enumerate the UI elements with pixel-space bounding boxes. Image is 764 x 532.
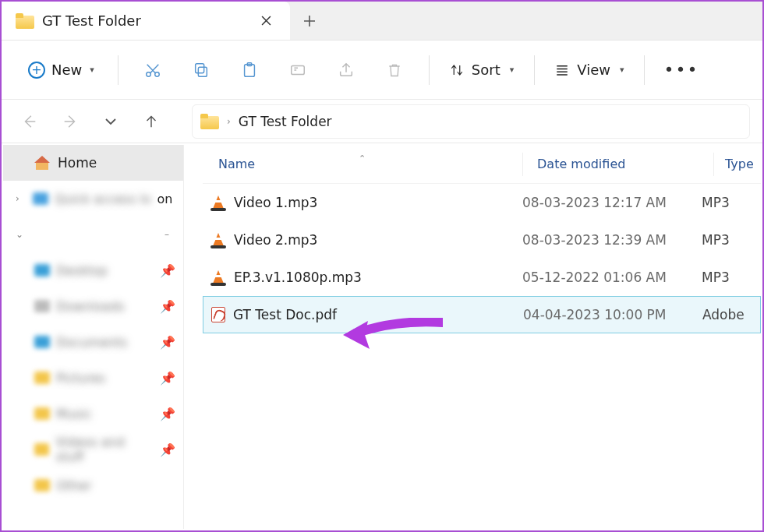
file-name: Video 1.mp3 bbox=[234, 195, 317, 210]
toolbar-divider bbox=[118, 55, 118, 85]
sidebar-item[interactable]: Other bbox=[3, 467, 183, 503]
sort-label: Sort bbox=[472, 62, 500, 78]
folder-icon bbox=[16, 13, 34, 29]
folder-icon bbox=[34, 407, 50, 420]
file-date: 08-03-2023 12:39 AM bbox=[522, 232, 702, 248]
column-header-label: Name bbox=[218, 157, 255, 171]
sidebar-item-home[interactable]: Home bbox=[3, 145, 183, 181]
toolbar-divider bbox=[644, 55, 645, 85]
column-header-label: Date modified bbox=[537, 157, 625, 171]
sidebar-item[interactable]: Documents 📌 bbox=[3, 324, 183, 360]
new-label: New bbox=[51, 62, 82, 78]
sidebar-item[interactable]: Videos and stuff 📌 bbox=[3, 432, 183, 467]
sidebar-item[interactable]: Music 📌 bbox=[3, 396, 183, 432]
sidebar-item-label: Downloads bbox=[56, 299, 125, 314]
file-row[interactable]: GT Test Doc.pdf04-04-2023 10:00 PMAdobe bbox=[203, 296, 761, 333]
paste-button[interactable] bbox=[228, 55, 271, 86]
column-divider[interactable] bbox=[522, 153, 523, 176]
pin-icon: 📌 bbox=[160, 407, 175, 421]
sidebar-item-label: Music bbox=[56, 407, 92, 421]
sidebar-item[interactable]: Desktop 📌 bbox=[3, 252, 183, 288]
svg-rect-2 bbox=[198, 67, 207, 76]
file-date: 04-04-2023 10:00 PM bbox=[523, 307, 702, 322]
folder-icon bbox=[200, 114, 219, 129]
sidebar-item[interactable]: › Quick access loon bbox=[3, 181, 183, 217]
new-tab-button[interactable] bbox=[290, 2, 329, 40]
folder-icon bbox=[34, 443, 49, 456]
pin-icon: 📌 bbox=[160, 335, 175, 350]
dash-icon: – bbox=[164, 229, 175, 240]
tab-current[interactable]: GT Test Folder bbox=[2, 2, 290, 40]
sidebar-item[interactable]: Pictures 📌 bbox=[3, 360, 183, 396]
view-button[interactable]: View ▾ bbox=[547, 57, 631, 83]
sidebar-item-label: Pictures bbox=[56, 371, 105, 386]
file-name-cell: EP.3.v1.1080p.mp3 bbox=[203, 269, 522, 286]
column-header-label: Type bbox=[725, 157, 754, 171]
file-row[interactable]: Video 2.mp308-03-2023 12:39 AMMP3 bbox=[203, 221, 761, 259]
sidebar-item-label: Documents bbox=[56, 335, 127, 350]
plus-circle-icon: + bbox=[28, 62, 45, 79]
tab-title: GT Test Folder bbox=[42, 12, 245, 29]
sort-button[interactable]: Sort ▾ bbox=[442, 57, 522, 83]
rename-button[interactable] bbox=[276, 55, 320, 86]
delete-button[interactable] bbox=[373, 55, 416, 86]
svg-point-1 bbox=[155, 72, 160, 76]
tab-close-button[interactable] bbox=[253, 8, 279, 34]
breadcrumb-current[interactable]: GT Test Folder bbox=[239, 114, 332, 129]
file-name-cell: GT Test Doc.pdf bbox=[203, 307, 523, 322]
tab-bar: GT Test Folder bbox=[2, 2, 762, 41]
share-button[interactable] bbox=[324, 55, 368, 86]
chevron-right-icon[interactable]: › bbox=[16, 193, 27, 204]
svg-rect-3 bbox=[195, 63, 203, 72]
up-button[interactable] bbox=[140, 111, 162, 132]
back-button[interactable] bbox=[19, 111, 41, 132]
chevron-down-icon[interactable]: ⌄ bbox=[16, 229, 27, 240]
file-type: MP3 bbox=[702, 270, 761, 285]
more-button[interactable]: ••• bbox=[657, 60, 705, 79]
vlc-cone-icon bbox=[210, 269, 226, 286]
column-divider[interactable] bbox=[713, 153, 714, 176]
sidebar-item-label-fragment: on bbox=[157, 192, 173, 206]
file-row[interactable]: EP.3.v1.1080p.mp305-12-2022 01:06 AMMP3 bbox=[203, 259, 761, 296]
sidebar-item-label: Desktop bbox=[56, 263, 108, 278]
recent-locations-button[interactable] bbox=[100, 111, 122, 132]
file-name-cell: Video 2.mp3 bbox=[203, 231, 522, 248]
pin-icon: 📌 bbox=[160, 371, 175, 386]
folder-icon bbox=[34, 479, 50, 491]
copy-button[interactable] bbox=[179, 55, 223, 86]
toolbar-divider bbox=[534, 55, 535, 85]
pin-icon: 📌 bbox=[160, 263, 175, 278]
home-icon bbox=[34, 156, 50, 170]
vlc-cone-icon bbox=[210, 231, 226, 248]
sidebar-item-label: Videos and stuff bbox=[55, 435, 154, 464]
command-bar: + New ▾ Sort ▾ View ▾ ••• bbox=[2, 41, 762, 100]
cut-button[interactable] bbox=[131, 55, 175, 86]
view-label: View bbox=[577, 62, 610, 78]
new-button[interactable]: + New ▾ bbox=[17, 55, 105, 85]
svg-point-0 bbox=[147, 72, 151, 76]
address-bar[interactable]: › GT Test Folder bbox=[192, 104, 750, 139]
pin-icon: 📌 bbox=[160, 299, 175, 314]
pin-icon: 📌 bbox=[160, 442, 175, 457]
chevron-down-icon: ▾ bbox=[620, 65, 624, 75]
column-headers: Name ⌃ Date modified Type bbox=[203, 145, 761, 184]
folder-icon bbox=[34, 300, 50, 312]
drive-icon bbox=[33, 192, 48, 205]
sidebar-item-label: Home bbox=[58, 155, 97, 171]
column-header-name[interactable]: Name ⌃ bbox=[203, 157, 522, 171]
sidebar-item[interactable]: Downloads 📌 bbox=[3, 288, 183, 324]
chevron-down-icon: ▾ bbox=[510, 65, 515, 75]
sidebar-item[interactable]: ⌄ – bbox=[3, 217, 183, 252]
column-header-type[interactable]: Type bbox=[725, 157, 761, 171]
file-list: Name ⌃ Date modified Type Video 1.mp308-… bbox=[184, 145, 761, 529]
folder-icon bbox=[34, 264, 50, 277]
file-date: 08-03-2023 12:17 AM bbox=[522, 195, 702, 210]
breadcrumb-separator: › bbox=[227, 116, 231, 127]
column-header-date[interactable]: Date modified bbox=[534, 157, 713, 171]
forward-button[interactable] bbox=[59, 111, 81, 132]
file-name: EP.3.v1.1080p.mp3 bbox=[234, 270, 362, 285]
file-row[interactable]: Video 1.mp308-03-2023 12:17 AMMP3 bbox=[203, 184, 761, 221]
main-area: Home › Quick access loon ⌄ – Desktop 📌 D… bbox=[3, 145, 761, 529]
nav-bar: › GT Test Folder bbox=[2, 100, 762, 143]
file-date: 05-12-2022 01:06 AM bbox=[522, 270, 702, 285]
